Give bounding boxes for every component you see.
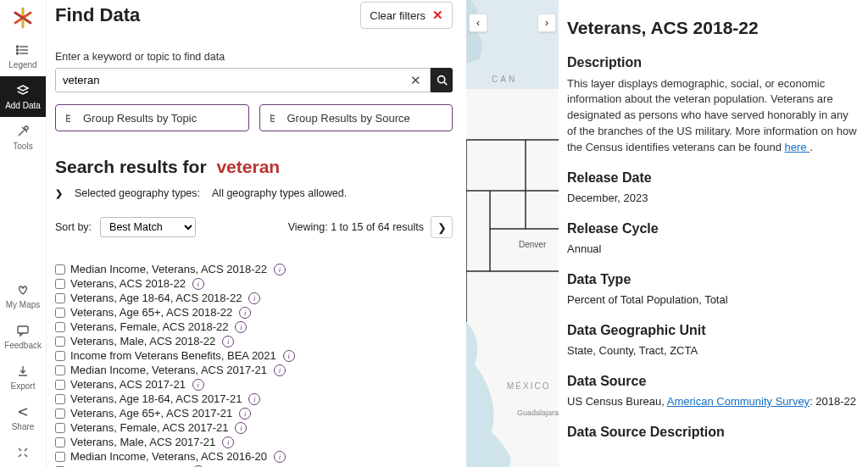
result-checkbox[interactable] [55,437,65,448]
result-item[interactable]: Veterans, ACS 2016-20i [55,464,453,467]
result-checkbox[interactable] [55,293,65,303]
info-icon[interactable]: i [222,336,234,347]
geo-unit-value: State, County, Tract, ZCTA [567,343,860,359]
heading-geo-unit: Data Geographic Unit [567,320,860,340]
search-box[interactable]: ✕ [55,68,431,92]
group-label: Group Results by Topic [83,112,197,125]
svg-rect-19 [466,89,559,322]
rail-item-legend[interactable]: Legend [0,36,46,76]
svg-point-13 [25,126,28,130]
result-checkbox[interactable] [55,351,65,361]
result-label: Median Income, Veterans, ACS 2017-21 [70,364,267,376]
panel-title: Find Data [55,4,140,26]
result-checkbox[interactable] [55,365,65,375]
layers-plus-icon [15,83,31,98]
result-checkbox[interactable] [55,394,65,404]
result-item[interactable]: Median Income, Veterans, ACS 2018-22i [55,262,453,276]
search-keyword: veteran [216,157,280,176]
rail-item-feedback[interactable]: Feedback [0,316,46,357]
info-icon[interactable]: i [248,393,260,405]
tree-icon [269,112,281,124]
rail-item-collapse[interactable] [0,438,46,467]
info-icon[interactable]: i [235,321,247,333]
rail-item-add-data[interactable]: Add Data [0,76,46,117]
list-icon [15,42,31,58]
info-icon[interactable]: i [235,422,247,434]
result-item[interactable]: Veterans, ACS 2018-22i [55,276,453,291]
description-link[interactable]: here [785,141,810,153]
close-icon: ✕ [432,8,443,23]
search-button[interactable] [431,68,453,92]
chat-icon [15,323,31,338]
heading-release-cycle: Release Cycle [567,219,860,238]
result-item[interactable]: Veterans, Age 18-64, ACS 2018-22i [55,291,453,305]
search-hint: Enter a keyword or topic to find data [55,51,453,63]
clear-filters-button[interactable]: Clear filters ✕ [360,2,453,29]
info-icon[interactable]: i [283,350,295,362]
result-checkbox[interactable] [55,279,65,289]
group-by-source-button[interactable]: Group Results by Source [259,104,453,131]
map[interactable]: CAN Denver MÉXICO Guadalajara ‹ › [466,0,559,467]
result-item[interactable]: Veterans, Male, ACS 2018-22i [55,334,453,348]
result-item[interactable]: Veterans, Age 18-64, ACS 2017-21i [55,392,453,406]
result-label: Veterans, Age 65+, ACS 2018-22 [70,306,232,319]
info-icon[interactable]: i [248,292,260,304]
result-checkbox[interactable] [55,264,65,275]
group-by-topic-button[interactable]: Group Results by Topic [55,104,249,131]
release-cycle-value: Annual [567,242,860,258]
result-checkbox[interactable] [55,308,65,318]
share-icon [15,404,31,420]
clear-input-icon[interactable]: ✕ [407,73,425,88]
map-panel-right-button[interactable]: › [537,14,556,32]
rail-item-tools[interactable]: Tools [0,117,46,158]
rail-label: Legend [8,60,36,69]
info-icon[interactable]: i [274,451,286,463]
geography-filter-row[interactable]: ❯ Selected geography types: All geograph… [55,187,453,199]
info-icon[interactable]: i [222,436,234,448]
result-item[interactable]: Veterans, Age 65+, ACS 2017-21i [55,406,453,420]
result-checkbox[interactable] [55,452,65,462]
result-item[interactable]: Median Income, Veterans, ACS 2016-20i [55,449,453,464]
result-checkbox[interactable] [55,336,65,347]
search-input[interactable] [63,74,407,86]
rail-label: Export [11,381,36,391]
result-label: Veterans, Age 18-64, ACS 2018-22 [70,292,242,304]
sort-select[interactable]: Best Match [100,217,196,237]
result-checkbox[interactable] [55,409,65,419]
geo-value: All geography types allowed. [212,187,347,199]
info-icon[interactable]: i [192,379,204,391]
result-item[interactable]: Veterans, ACS 2017-21i [55,377,453,392]
result-checkbox[interactable] [55,322,65,332]
info-icon[interactable]: i [274,264,286,275]
result-item[interactable]: Veterans, Male, ACS 2017-21i [55,435,453,449]
results-list: Median Income, Veterans, ACS 2018-22iVet… [55,262,453,467]
rail-item-my-maps[interactable]: My Maps [0,275,46,316]
chevron-right-icon: ❯ [437,221,447,234]
result-checkbox[interactable] [55,380,65,390]
result-item[interactable]: Veterans, Age 65+, ACS 2018-22i [55,305,453,320]
next-page-button[interactable]: ❯ [431,216,453,238]
info-icon[interactable]: i [192,278,204,290]
result-item[interactable]: Veterans, Female, ACS 2018-22i [55,320,453,334]
rail-item-share[interactable]: Share [0,398,46,438]
result-label: Income from Veterans Benefits, BEA 2021 [70,349,276,362]
rail-item-export[interactable]: Export [0,357,46,398]
result-item[interactable]: Income from Veterans Benefits, BEA 2021i [55,348,453,363]
result-item[interactable]: Median Income, Veterans, ACS 2017-21i [55,363,453,377]
result-label: Veterans, ACS 2017-21 [70,378,186,391]
left-rail: Legend Add Data Tools My Maps Feedback E… [0,0,47,467]
data-type-value: Percent of Total Population, Total [567,292,860,309]
svg-rect-14 [18,326,28,333]
map-panel-left-button[interactable]: ‹ [469,14,487,32]
result-item[interactable]: Veterans, Female, ACS 2017-21i [55,420,453,435]
result-label: Veterans, Age 18-64, ACS 2017-21 [70,392,242,405]
result-label: Veterans, Male, ACS 2017-21 [70,436,215,448]
data-source-link[interactable]: American Community Survey [667,395,810,408]
info-icon[interactable]: i [274,364,286,376]
tools-icon [15,124,31,139]
info-icon[interactable]: i [239,408,251,420]
info-icon[interactable]: i [239,307,251,319]
detail-panel: Veterans, ACS 2018-22 Description This l… [559,0,868,467]
result-checkbox[interactable] [55,423,65,433]
rail-label: Add Data [5,101,41,110]
